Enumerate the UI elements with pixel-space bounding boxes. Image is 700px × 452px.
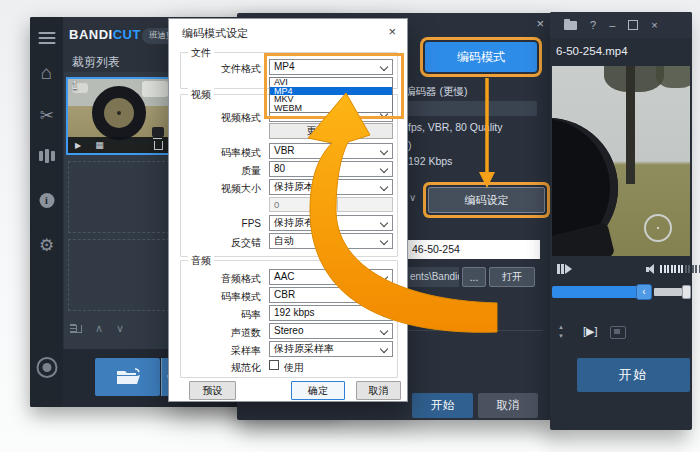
scope-image	[92, 86, 146, 140]
video-filename: 6-50-254.mp4	[556, 45, 628, 57]
seek-bar[interactable]: ‹	[550, 284, 692, 300]
grid-icon[interactable]: ▦	[95, 140, 104, 150]
paren-info: )	[408, 139, 412, 151]
chevron-down-icon[interactable]: ∨	[409, 192, 416, 203]
trash-icon[interactable]	[154, 141, 163, 150]
menu-icon[interactable]	[38, 29, 55, 47]
clip-number: 1	[72, 80, 78, 91]
clip-toolbar: ▶ ▦	[68, 137, 170, 153]
more-settings-button[interactable]: 更多设置...	[269, 123, 393, 139]
home-icon[interactable]: ⌂	[41, 63, 52, 82]
seek-track-remaining[interactable]	[654, 288, 682, 296]
output-path-field[interactable]: ents\Bandicu	[408, 267, 459, 287]
start-button[interactable]: 开始	[577, 358, 690, 392]
list-title: 裁剪列表	[72, 54, 120, 71]
selection-controls: ▲▼ [▶]	[550, 323, 692, 343]
encode-mode-button[interactable]: 编码模式	[425, 42, 537, 72]
start-button[interactable]: 开始	[412, 393, 473, 418]
file-format-label: 文件格式	[171, 62, 261, 76]
bitrate-info: 192 Kbps	[408, 155, 452, 167]
audio-bitrate-combo[interactable]: 192 kbps	[269, 305, 393, 321]
file-group-label: 文件	[188, 46, 214, 60]
samplerate-label: 采样率	[171, 344, 261, 358]
open-file-button[interactable]	[95, 358, 160, 396]
video-group-label: 视频	[188, 88, 214, 102]
quality-info: fps, VBR, 80 Quality	[408, 121, 503, 133]
spinner-control[interactable]: ▲▼	[558, 323, 564, 340]
sidebar: ⌂ ✂ i ⚙	[30, 17, 63, 407]
width-field[interactable]: 0	[269, 197, 324, 212]
title-bar: ? – ×	[550, 12, 692, 38]
play-icon[interactable]: ▶	[75, 141, 81, 150]
ok-button[interactable]: 确定	[291, 381, 345, 400]
clip-thumbnail[interactable]: 1 ▶ ▦	[66, 77, 172, 155]
join-icon[interactable]	[39, 149, 55, 163]
info-icon[interactable]: i	[39, 193, 54, 208]
scissors-icon[interactable]: ✂	[39, 107, 53, 124]
quality-combo[interactable]: 80	[269, 161, 393, 177]
video-format-label: 视频格式	[171, 111, 261, 125]
screen: ⌂ ✂ i ⚙ BANDICUT 班迪剪辑 裁剪列表 1 ▶ ▦	[0, 0, 700, 452]
frame-step-icon[interactable]	[557, 264, 572, 274]
file-format-combo[interactable]: MP4	[269, 59, 393, 75]
open-folder-button[interactable]: 打开	[489, 267, 535, 287]
output-filename-field[interactable]: 46-50-254	[408, 240, 540, 259]
channels-label: 声道数	[171, 326, 261, 340]
folder-icon[interactable]	[564, 21, 577, 30]
audio-bitrate-mode-label: 码率模式	[171, 290, 261, 304]
help-icon[interactable]: ?	[590, 19, 596, 31]
gear-icon[interactable]: ⚙	[39, 237, 54, 254]
clear-list-icon[interactable]	[70, 323, 82, 334]
video-preview	[552, 66, 690, 256]
audio-bitrate-mode-combo[interactable]: CBR	[269, 287, 393, 303]
video-size-combo[interactable]: 保持原本大小	[269, 179, 393, 195]
maximize-icon[interactable]	[628, 20, 638, 30]
close-icon[interactable]: ×	[651, 19, 657, 31]
normalize-use-label: 使用	[284, 361, 304, 375]
folder-open-icon	[115, 367, 141, 387]
volume-level[interactable]	[660, 265, 700, 273]
move-up-icon[interactable]: ∧	[95, 323, 103, 334]
dropdown-option[interactable]: WEBM	[270, 104, 392, 113]
video-bitrate-mode-combo[interactable]: VBR	[269, 143, 393, 159]
browse-button[interactable]: ...	[462, 267, 486, 287]
height-field[interactable]	[337, 197, 393, 212]
audio-bitrate-label: 码率	[171, 308, 261, 322]
empty-clip-slot	[68, 239, 170, 311]
fps-combo[interactable]: 保持原有 FPS	[269, 215, 393, 231]
file-format-dropdown-list: AVI MP4 MKV WEBM	[269, 77, 393, 113]
normalize-checkbox[interactable]	[269, 360, 279, 370]
minimize-icon[interactable]: –	[609, 19, 615, 31]
encode-settings-button[interactable]: 编码设定	[428, 187, 545, 213]
fps-label: FPS	[171, 218, 261, 229]
seek-end-handle[interactable]	[682, 285, 691, 299]
dialog-title: 编码模式设定	[182, 26, 248, 41]
play-selection-icon[interactable]: [▶]	[583, 325, 598, 338]
preset-button[interactable]: 预设	[189, 381, 236, 400]
samplerate-combo[interactable]: 保持原采样率	[269, 341, 393, 357]
cancel-button[interactable]: 取消	[356, 381, 401, 400]
deinterlace-combo[interactable]: 自动	[269, 233, 393, 249]
encoder-info: 编码器 (更慢)	[405, 85, 467, 99]
tree-image	[626, 66, 635, 184]
channels-combo[interactable]: Stereo	[269, 323, 393, 339]
move-down-icon[interactable]: ∨	[116, 323, 124, 334]
video-bitrate-mode-label: 码率模式	[171, 146, 261, 160]
deinterlace-label: 反交错	[171, 236, 261, 250]
audio-format-combo[interactable]: AAC	[269, 269, 393, 285]
seek-track-selected[interactable]	[552, 286, 644, 298]
seek-handle[interactable]: ‹	[636, 284, 652, 300]
stop-icon[interactable]	[610, 326, 626, 339]
close-icon[interactable]: ×	[536, 16, 544, 31]
audio-group-label: 音频	[188, 254, 214, 268]
record-icon[interactable]	[36, 357, 57, 378]
cancel-button[interactable]: 取消	[478, 393, 538, 418]
playback-controls	[550, 262, 692, 278]
audio-format-label: 音频格式	[171, 272, 261, 286]
speaker-icon[interactable]	[646, 264, 657, 275]
list-tools: ∧ ∨	[70, 323, 124, 334]
reticle-image	[644, 214, 672, 242]
close-icon[interactable]: ×	[388, 24, 396, 39]
normalize-label: 规范化	[171, 361, 261, 375]
encoder-field[interactable]	[387, 101, 537, 116]
